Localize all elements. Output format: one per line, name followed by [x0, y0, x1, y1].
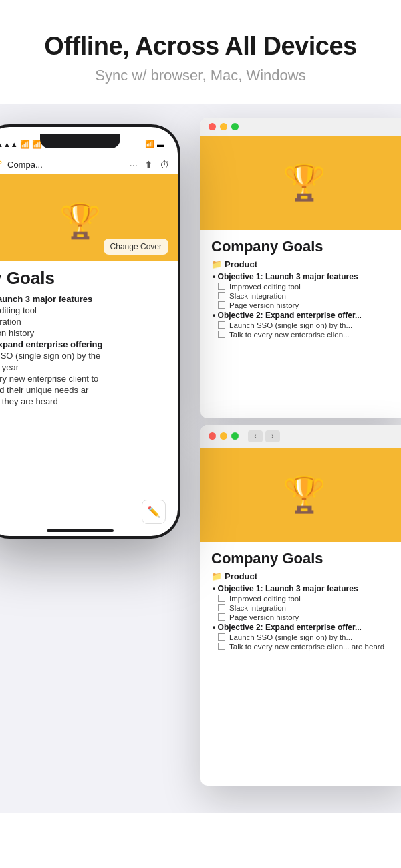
phone-cover: 🏆 Change Cover [0, 174, 178, 261]
phone-doc-content: y Goals Launch 3 major features editing … [0, 261, 178, 414]
window-1-section: 📁 Product [211, 259, 397, 269]
phone-notch [40, 134, 120, 148]
window-1-section-label: Product [225, 259, 257, 269]
window-2-section: 📁 Product [211, 571, 397, 581]
checkbox-icon[interactable] [218, 633, 225, 641]
checkbox-icon[interactable] [218, 613, 225, 621]
desktop-window-1: 🏆 Company Goals 📁 Product Objective 1: L… [200, 118, 401, 418]
phone-subitem-3: ion history [0, 328, 168, 338]
phone-subitem-6: ery new enterprise client to [0, 374, 168, 384]
window-2-check-2: Slack integration [211, 604, 397, 612]
wifi-icon: 📶 [145, 140, 154, 148]
window-1-cover: 🏆 [200, 136, 401, 230]
window-2-check-3-label: Page version history [229, 613, 299, 621]
checkbox-icon[interactable] [218, 283, 225, 290]
window-2-obj1: Objective 1: Launch 3 major features [211, 584, 397, 593]
window-1-check-1: Improved editing tool [211, 283, 397, 291]
phone-home-indicator [47, 529, 114, 532]
phone-subitem-7: nd their unique needs ar [0, 385, 168, 395]
window-1-trophy: 🏆 [283, 162, 326, 203]
change-cover-button[interactable]: Change Cover [104, 239, 168, 255]
window-2-check-3: Page version history [211, 613, 397, 621]
status-icons: 📶 ▬ [145, 140, 164, 148]
window-titlebar-1 [200, 118, 401, 136]
checkbox-icon[interactable] [218, 331, 225, 338]
header-section: Offline, Across All Devices Sync w/ brow… [0, 0, 401, 104]
checkbox-icon[interactable] [218, 321, 225, 329]
window-1-obj2: Objective 2: Expand enterprise offer... [211, 311, 397, 320]
window-1-check-3: Page version history [211, 301, 397, 309]
phone-browser-bar: 🏆 Compa... ··· ⬆ ⏱ [0, 156, 178, 174]
forward-button[interactable]: › [265, 430, 280, 442]
phone-favicon: 🏆 [0, 160, 2, 170]
signal-icon: ▲▲▲ 📶 📶 [0, 140, 42, 149]
window-1-check-4: Launch SSO (single sign on) by th... [211, 321, 397, 329]
window-2-check-1-label: Improved editing tool [229, 595, 301, 603]
window-1-obj1: Objective 1: Launch 3 major features [211, 272, 397, 281]
window-2-title: Company Goals [211, 550, 397, 567]
window-2-fullscreen-dot[interactable] [231, 432, 239, 440]
checkbox-icon[interactable] [218, 301, 225, 309]
window-2-cover: 🏆 [200, 448, 401, 542]
phone-browser-icons: ··· ⬆ ⏱ [129, 159, 170, 171]
window-2-check-4-label: Launch SSO (single sign on) by th... [229, 633, 352, 641]
phone-doc-title: y Goals [0, 268, 168, 289]
window-1-doc: Company Goals 📁 Product Objective 1: Lau… [200, 230, 401, 348]
checkbox-icon[interactable] [218, 595, 225, 602]
window-2-doc: Company Goals 📁 Product Objective 1: Lau… [200, 542, 401, 660]
history-icon[interactable]: ⏱ [160, 159, 170, 171]
phone-subitem-1: editing tool [0, 305, 168, 315]
window-minimize-dot[interactable] [220, 123, 227, 130]
window-2-check-2-label: Slack integration [229, 604, 286, 612]
window-2-minimize-dot[interactable] [220, 432, 227, 440]
window-1-section-emoji: 📁 [211, 259, 222, 269]
phone-objective1: Launch 3 major features [0, 294, 168, 304]
header-title: Offline, Across All Devices [13, 32, 388, 61]
window-2-obj2: Objective 2: Expand enterprise offer... [211, 623, 397, 632]
phone-url: Compa... [7, 160, 124, 170]
window-1-check-5-label: Talk to every new enterprise clien... [229, 331, 350, 339]
window-close-dot[interactable] [209, 123, 216, 130]
window-2-check-5: Talk to every new enterprise clien... ar… [211, 643, 397, 651]
battery-icon: ▬ [157, 140, 164, 148]
share-icon[interactable]: ⬆ [144, 159, 153, 171]
phone-mockup: ▲▲▲ 📶 📶 📶 ▬ 🏆 Compa... ··· ⬆ ⏱ [0, 124, 180, 539]
window-2-close-dot[interactable] [209, 432, 216, 440]
window-2-section-label: Product [225, 571, 257, 581]
more-icon[interactable]: ··· [129, 159, 138, 171]
phone-objective2: Expand enterprise offering [0, 339, 168, 349]
window-fullscreen-dot[interactable] [231, 123, 239, 130]
phone-subitem-5: e year [0, 362, 168, 372]
window-1-check-2: Slack integration [211, 292, 397, 300]
window-2-check-1: Improved editing tool [211, 595, 397, 603]
phone-subitem-4: SSO (single sign on) by the [0, 351, 168, 361]
phone-trophy-icon: 🏆 [59, 202, 101, 241]
phone-subitem-8: e they are heard [0, 396, 168, 406]
window-2-check-4: Launch SSO (single sign on) by th... [211, 633, 397, 641]
window-1-check-2-label: Slack integration [229, 292, 286, 300]
window-1-check-4-label: Launch SSO (single sign on) by th... [229, 321, 352, 329]
window-2-trophy: 🏆 [283, 474, 326, 515]
window-1-check-3-label: Page version history [229, 301, 299, 309]
back-button[interactable]: ‹ [248, 430, 263, 442]
phone-subitem-2: gration [0, 317, 168, 327]
window-nav-buttons: ‹ › [248, 430, 280, 442]
phone-edit-button[interactable]: ✏️ [142, 500, 166, 524]
window-2-check-5-label: Talk to every new enterprise clien... ar… [229, 643, 384, 651]
phone-content: 🏆 Change Cover y Goals Launch 3 major fe… [0, 174, 178, 520]
devices-section: ▲▲▲ 📶 📶 📶 ▬ 🏆 Compa... ··· ⬆ ⏱ [0, 104, 401, 813]
checkbox-icon[interactable] [218, 604, 225, 611]
window-titlebar-2: ‹ › [200, 425, 401, 448]
window-1-check-1-label: Improved editing tool [229, 283, 301, 291]
window-2-section-emoji: 📁 [211, 571, 222, 581]
checkbox-icon[interactable] [218, 643, 225, 650]
checkbox-icon[interactable] [218, 292, 225, 299]
header-subtitle: Sync w/ browser, Mac, Windows [13, 67, 388, 84]
desktop-window-2: ‹ › 🏆 Company Goals 📁 Product Objective … [200, 425, 401, 786]
phone-inner: ▲▲▲ 📶 📶 📶 ▬ 🏆 Compa... ··· ⬆ ⏱ [0, 127, 178, 536]
window-1-check-5: Talk to every new enterprise clien... [211, 331, 397, 339]
window-1-title: Company Goals [211, 238, 397, 255]
